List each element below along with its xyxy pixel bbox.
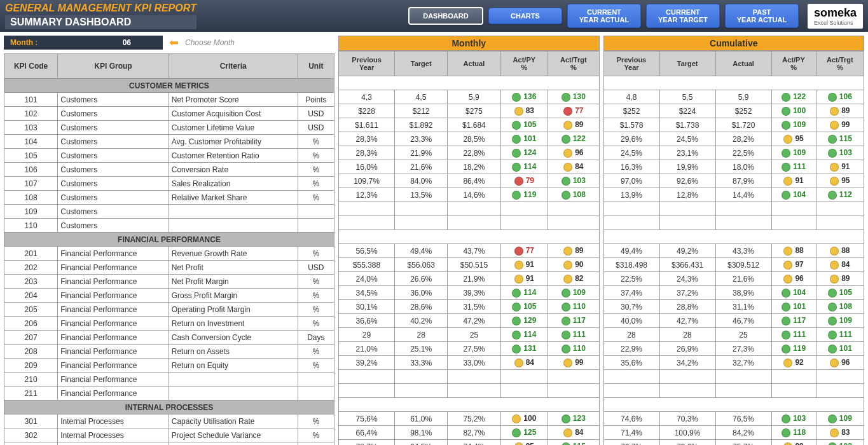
status-dot-icon bbox=[561, 93, 570, 102]
status-dot-icon bbox=[830, 163, 839, 172]
data-row: 75,6%61,0%75,2%100123 bbox=[339, 412, 600, 426]
status-dot-icon bbox=[512, 149, 521, 158]
data-row: 12,3%13,5%14,6%119108 bbox=[339, 188, 600, 202]
kpi-row: 101CustomersNet Promoter ScorePoints bbox=[4, 93, 334, 107]
data-row: 30,7%28,8%31,1%101108 bbox=[603, 300, 864, 314]
status-dot-icon bbox=[563, 275, 572, 284]
col-header: Target bbox=[659, 51, 715, 76]
data-row: 78,7%64,5%74,4%95115 bbox=[339, 440, 600, 446]
data-row: 21,0%25,1%27,5%131110 bbox=[339, 342, 600, 356]
col-header: Actual bbox=[715, 51, 771, 76]
kpi-row: 104CustomersAvg. Customer Profitability% bbox=[4, 135, 334, 149]
data-row: 71,4%100,9%84,2%11883 bbox=[603, 426, 864, 440]
status-dot-icon bbox=[512, 345, 521, 353]
status-dot-icon bbox=[830, 359, 839, 367]
status-dot-icon bbox=[512, 428, 521, 437]
status-dot-icon bbox=[512, 317, 521, 325]
data-row bbox=[603, 370, 864, 384]
month-hint: Choose Month bbox=[185, 38, 235, 47]
status-dot-icon bbox=[561, 345, 570, 353]
data-row: $1.578$1.738$1.72010999 bbox=[603, 118, 864, 132]
data-row bbox=[603, 384, 864, 398]
data-row: $55.388$56.063$50.5159190 bbox=[339, 258, 600, 272]
status-dot-icon bbox=[830, 107, 839, 116]
data-row bbox=[339, 202, 600, 216]
status-dot-icon bbox=[782, 345, 790, 353]
app-header: GENERAL MANAGEMENT KPI REPORT SUMMARY DA… bbox=[0, 0, 868, 32]
kpi-row: 107CustomersSales Realization% bbox=[4, 177, 334, 191]
status-dot-icon bbox=[782, 428, 790, 437]
kpi-row: 208Financial PerformanceReturn on Assets… bbox=[4, 345, 334, 359]
status-dot-icon bbox=[512, 163, 521, 172]
nav-current-year-actual[interactable]: CURRENTYEAR ACTUAL bbox=[567, 4, 641, 28]
kpi-row: 202Financial PerformanceNet ProfitUSD bbox=[4, 261, 334, 275]
status-dot-icon bbox=[512, 414, 521, 423]
status-dot-icon bbox=[783, 247, 792, 256]
kpi-row: 108CustomersRelative Market Share% bbox=[4, 191, 334, 205]
status-dot-icon bbox=[830, 428, 839, 437]
status-dot-icon bbox=[563, 359, 572, 367]
status-dot-icon bbox=[561, 191, 570, 200]
kpi-table: KPI CodeKPI GroupCriteriaUnitCUSTOMER ME… bbox=[4, 53, 334, 445]
data-row bbox=[339, 384, 600, 398]
nav-past-year-actual[interactable]: PASTYEAR ACTUAL bbox=[725, 4, 799, 28]
status-dot-icon bbox=[828, 303, 837, 312]
status-dot-icon bbox=[563, 121, 572, 130]
data-row: 66,4%98,1%82,7%12584 bbox=[339, 426, 600, 440]
kpi-row: 206Financial PerformanceReturn on Invest… bbox=[4, 317, 334, 331]
status-dot-icon bbox=[514, 107, 523, 116]
kpi-row: 207Financial PerformanceCash Conversion … bbox=[4, 331, 334, 345]
status-dot-icon bbox=[512, 191, 521, 200]
kpi-row: 203Financial PerformanceNet Profit Margi… bbox=[4, 275, 334, 289]
status-dot-icon bbox=[514, 275, 523, 284]
status-dot-icon bbox=[514, 247, 523, 256]
col-header: Act/PY% bbox=[771, 51, 816, 76]
status-dot-icon bbox=[512, 93, 521, 102]
status-dot-icon bbox=[782, 163, 790, 172]
col-header: PreviousYear bbox=[339, 51, 395, 76]
kpi-row: 110Customers bbox=[4, 219, 334, 233]
data-row: 74,6%70,3%76,5%103109 bbox=[603, 412, 864, 426]
status-dot-icon bbox=[561, 135, 570, 144]
status-dot-icon bbox=[830, 275, 839, 284]
data-row: 4,85,55,9122106 bbox=[603, 90, 864, 104]
data-row bbox=[339, 370, 600, 384]
col-header: Target bbox=[395, 51, 448, 76]
status-dot-icon bbox=[782, 93, 790, 102]
data-row: 109,7%84,0%86,4%79103 bbox=[339, 174, 600, 188]
status-dot-icon bbox=[783, 442, 792, 445]
status-dot-icon bbox=[830, 261, 839, 270]
nav-charts[interactable]: CHARTS bbox=[488, 8, 562, 24]
data-row: 24,5%23,1%22,5%109103 bbox=[603, 146, 864, 160]
data-row bbox=[603, 202, 864, 216]
status-dot-icon bbox=[514, 442, 523, 445]
status-dot-icon bbox=[512, 303, 521, 312]
monthly-header: Monthly bbox=[338, 36, 600, 51]
data-row bbox=[603, 216, 864, 230]
status-dot-icon bbox=[512, 331, 521, 339]
report-subtitle: SUMMARY DASHBOARD bbox=[5, 15, 196, 29]
status-dot-icon bbox=[514, 359, 523, 367]
nav-dashboard[interactable]: DASHBOARD bbox=[408, 7, 483, 25]
month-selector[interactable]: Month : 06 bbox=[4, 36, 163, 50]
cumulative-header: Cumulative bbox=[603, 36, 865, 51]
status-dot-icon bbox=[828, 414, 837, 423]
col-header: Act/Trgt% bbox=[816, 51, 864, 76]
logo: somekaExcel Solutions bbox=[808, 4, 863, 29]
data-row bbox=[339, 216, 600, 230]
arrow-left-icon: ⬅ bbox=[169, 36, 179, 50]
data-row: 56,5%49,4%43,7%7789 bbox=[339, 244, 600, 258]
status-dot-icon bbox=[783, 177, 792, 186]
nav-current-year-target[interactable]: CURRENTYEAR TARGET bbox=[646, 4, 720, 28]
data-row: 282825111111 bbox=[603, 328, 864, 342]
status-dot-icon bbox=[782, 149, 790, 158]
kpi-row: 301Internal ProcessesCapacity Utilisatio… bbox=[4, 414, 334, 428]
kpi-row: 102CustomersCustomer Acquisition CostUSD bbox=[4, 107, 334, 121]
data-row: 30,1%28,6%31,5%105110 bbox=[339, 300, 600, 314]
col-header: KPI Code bbox=[4, 54, 58, 79]
data-row: 36,6%40,2%47,2%129117 bbox=[339, 314, 600, 328]
data-row: 13,9%12,8%14,4%104112 bbox=[603, 188, 864, 202]
status-dot-icon bbox=[782, 317, 790, 325]
data-row: $1.611$1.892$1.68410589 bbox=[339, 118, 600, 132]
status-dot-icon bbox=[828, 93, 837, 102]
